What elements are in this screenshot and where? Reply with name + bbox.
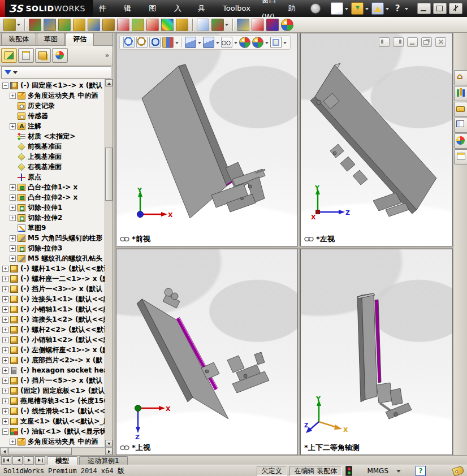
tree-item[interactable]: 草图9 — [0, 223, 105, 233]
tree-item[interactable]: +注解 — [0, 121, 105, 131]
last-study-icon[interactable] — [35, 456, 45, 465]
scroll-up-icon[interactable] — [105, 79, 113, 86]
interchange-keys-icon[interactable] — [3, 19, 16, 31]
expander-icon[interactable]: + — [2, 337, 8, 343]
expander-icon[interactable]: + — [2, 388, 8, 394]
view-palette-icon[interactable] — [454, 118, 467, 133]
expander-icon[interactable]: + — [10, 215, 16, 221]
tree-filter-row[interactable] — [1, 66, 111, 79]
tree-item[interactable]: +切除-拉伸2 — [0, 213, 105, 223]
tree-item[interactable]: −(-) 油缸<1> (默认<显示状 — [0, 426, 105, 436]
appearance-spray-icon[interactable] — [237, 19, 249, 31]
pane-left-icon[interactable] — [379, 37, 390, 47]
filter-caret-icon[interactable] — [13, 71, 18, 76]
expander-icon[interactable]: + — [10, 184, 16, 191]
first-study-icon[interactable] — [1, 456, 11, 465]
compare-documents-icon[interactable] — [197, 19, 209, 31]
tree-horizontal-scrollbar[interactable] — [0, 447, 113, 455]
tree-vertical-scrollbar[interactable] — [105, 79, 113, 447]
view-orientation-icon[interactable] — [185, 37, 196, 48]
expander-icon[interactable]: + — [10, 123, 16, 129]
viewport-horizontal-splitter[interactable] — [116, 246, 453, 249]
dropdown-caret-icon[interactable] — [216, 42, 219, 46]
tree-item[interactable]: +(-) 挡片一<5>-> x (默认 — [0, 375, 105, 386]
tree-item[interactable]: +(-) 螺杆2<2> (默认<<默认 — [0, 324, 105, 335]
dropdown-caret-icon[interactable] — [17, 24, 20, 28]
dropdown-caret-icon[interactable] — [283, 42, 287, 46]
home-icon[interactable] — [454, 70, 467, 85]
search-pin-icon[interactable] — [310, 3, 321, 14]
options-warning-icon[interactable] — [371, 2, 384, 15]
scroll-thumb[interactable] — [105, 148, 113, 201]
tree-item[interactable]: 传感器 — [0, 111, 105, 121]
previous-study-icon[interactable] — [12, 456, 23, 465]
restore-icon[interactable] — [421, 37, 432, 47]
expander-icon[interactable]: + — [2, 347, 8, 353]
mass-properties-icon[interactable] — [88, 19, 100, 31]
hide-show-items-icon[interactable] — [221, 37, 232, 48]
section-view-icon[interactable] — [162, 37, 174, 48]
scroll-thumb[interactable] — [8, 448, 72, 455]
clearance-verification-icon[interactable] — [44, 19, 56, 31]
viewport-dimetric[interactable]: Y X Z *上下二等角轴测 — [300, 249, 453, 455]
tree-item[interactable]: 右视基准面 — [0, 162, 105, 172]
expander-icon[interactable]: + — [2, 408, 8, 414]
dropdown-caret-icon[interactable] — [265, 42, 269, 46]
featuremanager-tree-icon[interactable] — [1, 48, 17, 63]
tree-item[interactable]: +(-) 左侧螺杆座<1>-> x (默 — [0, 345, 105, 355]
expander-icon[interactable]: + — [10, 194, 16, 201]
expander-icon[interactable]: + — [10, 439, 16, 445]
tree-item[interactable]: +多角度运动夹具 中的酒 — [0, 436, 105, 447]
tree-item[interactable]: +(-) 螺杆座一二<1>-> x (默 — [0, 274, 105, 284]
custom-properties-icon[interactable] — [454, 149, 467, 165]
next-study-icon[interactable] — [24, 456, 34, 465]
expander-icon[interactable]: + — [10, 256, 16, 262]
traffic-light-icon[interactable] — [345, 466, 352, 476]
apply-scene-icon[interactable] — [252, 37, 263, 48]
tree-item[interactable]: +(-) 挡片一<3>-> x (默认 — [0, 284, 105, 294]
units-caret-icon[interactable] — [396, 470, 401, 475]
expander-icon[interactable]: + — [10, 93, 16, 99]
measure-icon[interactable] — [73, 19, 85, 31]
expander-icon[interactable]: + — [2, 306, 8, 313]
close-icon[interactable] — [435, 37, 446, 47]
configurationmanager-icon[interactable] — [35, 48, 51, 63]
tree-item[interactable]: +(-) hexagon socket head — [0, 365, 105, 375]
tab-模型[interactable]: 模型 — [47, 456, 77, 465]
tree-item[interactable]: +M5 螺纹孔的螺纹孔钻头 — [0, 253, 105, 263]
view-settings-icon[interactable] — [270, 37, 282, 48]
dropdown-caret-icon[interactable] — [386, 8, 389, 12]
tree-item[interactable]: 材质 <未指定> — [0, 131, 105, 141]
expander-icon[interactable]: + — [2, 276, 8, 282]
tab-运动算例1[interactable]: 运动算例1 — [79, 456, 128, 465]
curvature-icon[interactable] — [161, 19, 174, 31]
tab-草图[interactable]: 草图 — [37, 33, 65, 45]
dropdown-caret-icon[interactable] — [225, 24, 228, 28]
manager-overflow-chevron[interactable]: » — [105, 51, 111, 59]
assembly-xpert-icon[interactable] — [132, 19, 144, 31]
simulation-xpert-icon[interactable] — [146, 19, 159, 31]
expander-icon[interactable]: + — [2, 357, 8, 364]
display-style-icon[interactable] — [203, 37, 214, 48]
dropdown-caret-icon[interactable] — [175, 42, 179, 46]
tree-item[interactable]: −(-) 固定座<1>-> x (默认 — [0, 80, 105, 90]
expander-icon[interactable]: + — [10, 235, 16, 241]
tree-item[interactable]: +(-) 小销轴1<2> (默认<<默 — [0, 335, 105, 345]
viewport-top[interactable]: X Z *上视 — [116, 249, 298, 455]
viewport-front[interactable]: Y X *前视 — [116, 33, 298, 246]
open-document-icon[interactable] — [351, 2, 364, 15]
tree-item[interactable]: +凸台-拉伸1-> x — [0, 182, 105, 192]
tree-item[interactable]: +切除-拉伸3 — [0, 243, 105, 253]
dropdown-caret-icon[interactable] — [198, 42, 201, 46]
close-icon[interactable] — [449, 3, 462, 14]
expander-icon[interactable]: + — [2, 266, 8, 272]
ring-light-icon[interactable] — [252, 19, 264, 31]
tree-item[interactable]: +燕尾槽导轨3<1> (长度150 — [0, 396, 105, 406]
minimize-icon[interactable] — [407, 37, 418, 47]
units-selector[interactable]: MMGS — [367, 467, 401, 475]
interference-detection-icon[interactable] — [29, 19, 41, 31]
expander-icon[interactable]: + — [2, 367, 8, 374]
tag-icon[interactable] — [452, 465, 464, 476]
tree-item[interactable]: +M5 六角凹头螺钉的柱形 — [0, 233, 105, 243]
minimize-icon[interactable] — [417, 3, 431, 14]
